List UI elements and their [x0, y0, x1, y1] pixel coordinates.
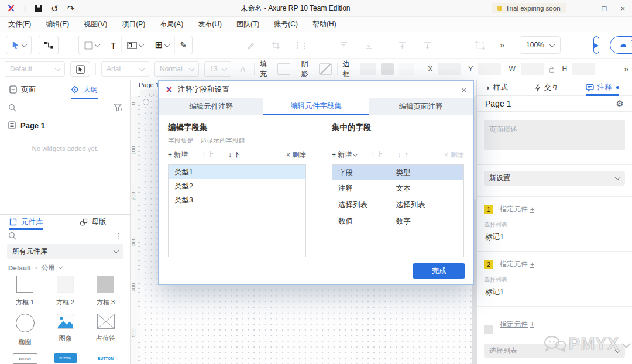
tab-edit-page-notes[interactable]: 编辑页面注释	[369, 98, 473, 115]
menu-file[interactable]: 文件(F)	[8, 19, 31, 29]
kebab-menu-icon[interactable]: ⋮	[115, 232, 122, 241]
trial-badge[interactable]: Trial expiring soon	[492, 3, 566, 13]
text-tool[interactable]: T	[105, 36, 122, 54]
select-tool-button[interactable]	[6, 36, 32, 54]
redo-icon[interactable]: ↷	[67, 4, 75, 13]
library-filter-select[interactable]: 所有元件库	[7, 244, 123, 259]
tab-notes[interactable]: 注释	[586, 80, 619, 95]
field-row[interactable]: 注释 文本	[332, 180, 463, 197]
maximize-button[interactable]: □	[602, 5, 607, 12]
search-icon[interactable]	[8, 232, 16, 240]
menu-edit[interactable]: 编辑(E)	[46, 19, 69, 29]
w-field[interactable]	[521, 63, 544, 75]
tab-interactions[interactable]: 交互	[535, 80, 559, 95]
y-field[interactable]	[478, 63, 501, 75]
note-item: 1 指定元件 + 选择列表 标记1	[477, 197, 632, 251]
field-set-item[interactable]: 类型3	[169, 193, 305, 207]
select-style-button[interactable]	[70, 61, 90, 77]
menu-account[interactable]: 账号(C)	[274, 19, 298, 29]
preview-button[interactable]: ▶	[593, 36, 599, 54]
page-overview-textarea[interactable]: 页面概述	[484, 120, 625, 150]
field-set-item[interactable]: 类型2	[169, 179, 305, 193]
tab-edit-widget-notes[interactable]: 编辑元件注释	[159, 98, 263, 115]
lightning-icon	[535, 84, 541, 92]
cloud-icon	[620, 42, 627, 49]
widget-box1[interactable]: 方框 1	[5, 276, 45, 307]
filter-icon[interactable]	[114, 104, 122, 112]
font-size-select[interactable]: 13	[204, 61, 231, 77]
menu-project[interactable]: 项目(P)	[122, 19, 145, 29]
style-preset-select[interactable]: Default	[5, 61, 65, 77]
assign-widget-link[interactable]: 指定元件 +	[500, 259, 534, 269]
widget-box3[interactable]: 方框 3	[85, 276, 126, 307]
tab-outline[interactable]: 大纲	[71, 80, 98, 99]
move-down-button[interactable]: ↓ 下	[228, 150, 241, 160]
font-family-select[interactable]: Arial	[101, 61, 149, 77]
minimize-button[interactable]: —	[581, 5, 588, 12]
tab-style[interactable]: ◑ 样式	[485, 80, 508, 95]
tab-masters[interactable]: 母版	[80, 215, 107, 229]
widget-ellipse[interactable]: 椭圆	[5, 314, 45, 346]
widget-button-link[interactable]: BUTTON	[85, 353, 126, 364]
assign-widget-link[interactable]: 指定元件 +	[500, 204, 534, 214]
add-field-set-button[interactable]: + 新增	[168, 150, 188, 160]
format-overflow-button[interactable]: »	[624, 64, 627, 74]
widget-image[interactable]: 图像	[45, 314, 85, 346]
pointer-box-icon	[76, 65, 85, 74]
tab-pages[interactable]: 页面	[9, 80, 36, 99]
fill-swatch[interactable]	[277, 63, 290, 75]
close-button[interactable]: ×	[620, 5, 625, 12]
text-tool-icon: T	[111, 40, 116, 50]
widget-button-primary[interactable]: BUTTON	[45, 353, 85, 364]
menu-view[interactable]: 视图(V)	[84, 19, 107, 29]
chevron-down-icon	[139, 66, 145, 71]
delete-field-set-button[interactable]: × 删除	[286, 150, 306, 160]
new-setting-select[interactable]: 新设置	[484, 171, 625, 186]
undo-icon[interactable]: ↺	[51, 4, 59, 13]
search-icon[interactable]	[8, 104, 16, 112]
frame-tool[interactable]	[122, 36, 149, 54]
border-width-field[interactable]	[360, 63, 376, 75]
connector-tool-button[interactable]	[39, 36, 59, 54]
note-field-value[interactable]: 标记1	[484, 287, 625, 297]
note-item: 指定元件 + 选择列表	[477, 306, 632, 364]
font-weight-select[interactable]: Normal	[154, 61, 200, 77]
menu-arrange[interactable]: 布局(A)	[160, 19, 183, 29]
zoom-select[interactable]: 100%	[520, 36, 561, 54]
note-field-select[interactable]: 选择列表	[484, 344, 625, 358]
h-field[interactable]	[572, 63, 595, 75]
page-icon	[8, 121, 16, 129]
library-group-header[interactable]: Default · 公用	[0, 261, 130, 273]
widget-box2[interactable]: 方框 2	[45, 276, 85, 307]
menu-publish[interactable]: 发布(U)	[198, 19, 222, 29]
done-button[interactable]: 完成	[413, 263, 465, 279]
share-button[interactable]: 共享	[610, 36, 632, 54]
tab-widget-library[interactable]: 元件库	[9, 215, 43, 229]
border-style-select[interactable]	[399, 63, 415, 75]
field-row[interactable]: 选择列表 选择列表	[332, 197, 463, 213]
widget-button-default[interactable]: BUTTON	[5, 353, 45, 364]
outline-page-item[interactable]: Page 1	[0, 116, 130, 135]
widget-placeholder[interactable]: 占位符	[85, 314, 126, 346]
assign-widget-link[interactable]: 指定元件 +	[500, 320, 534, 329]
field-set-item[interactable]: 类型1	[169, 165, 305, 179]
notes-page-title: Page 1	[485, 99, 511, 108]
save-icon[interactable]	[35, 5, 42, 12]
gear-icon[interactable]: ⚙	[616, 99, 624, 108]
menu-help[interactable]: 帮助(H)	[312, 19, 336, 29]
note-field-value[interactable]: 标记1	[484, 232, 625, 242]
rectangle-tool[interactable]	[79, 36, 105, 54]
dialog-close-icon[interactable]: ×	[461, 85, 466, 94]
shadow-swatch[interactable]	[319, 63, 332, 75]
x-field[interactable]	[438, 63, 461, 75]
plus-icon: +	[168, 151, 172, 159]
toolbar-overflow-button[interactable]: »	[500, 40, 503, 50]
add-field-button[interactable]: + 新增	[332, 150, 357, 160]
border-color-swatch[interactable]	[381, 63, 394, 75]
field-row[interactable]: 数值 数字	[332, 213, 463, 229]
tab-edit-widget-field-sets[interactable]: 编辑元件字段集	[263, 98, 368, 115]
pen-tool[interactable]: ✎	[175, 36, 193, 54]
lock-aspect-icon[interactable]	[549, 66, 555, 73]
table-tool[interactable]: ⊞	[149, 36, 174, 54]
menu-team[interactable]: 团队(T)	[236, 19, 259, 29]
